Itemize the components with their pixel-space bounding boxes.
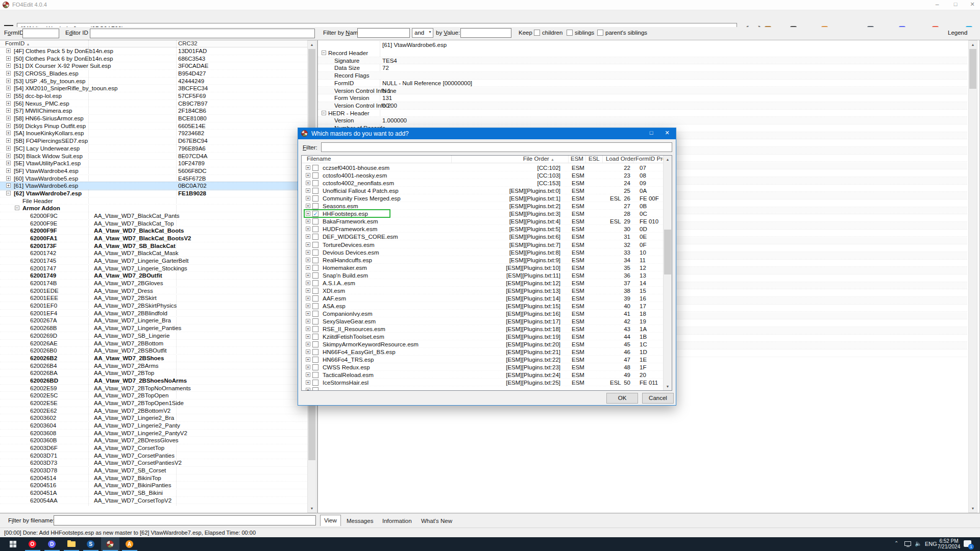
tree-row[interactable]: File Header (0, 197, 307, 205)
legend-label[interactable]: Legend (948, 30, 967, 36)
tree-row[interactable]: 62000FA1AA_Vtaw_WD7_BlackCat_BootsV2 (0, 235, 307, 242)
expand-icon[interactable]: + (6, 56, 11, 61)
master-checkbox[interactable] (312, 234, 318, 240)
expand-icon[interactable]: + (306, 165, 310, 170)
expand-icon[interactable]: + (6, 93, 11, 98)
master-checkbox[interactable] (312, 226, 318, 232)
expand-icon[interactable]: + (306, 273, 310, 278)
collapse-icon[interactable]: − (6, 191, 11, 195)
master-checkbox[interactable] (312, 380, 318, 386)
tree-row[interactable]: 62001EDEAA_Vtaw_WD7_Dress (0, 287, 307, 295)
expand-icon[interactable]: + (306, 242, 310, 247)
ok-button[interactable]: OK (606, 393, 638, 404)
tree-row[interactable]: 6200174BAA_Vtaw_WD7_2BGloves (0, 280, 307, 287)
master-checkbox[interactable] (312, 349, 318, 355)
tree-row[interactable]: 62001EF4AA_Vtaw_WD7_2BBlindfold (0, 310, 307, 317)
tree-row[interactable]: 62003D71AA_Vtaw_WD7_CorsetPanties (0, 452, 307, 460)
expand-icon[interactable]: + (6, 146, 11, 151)
expand-icon[interactable]: + (306, 357, 310, 362)
master-checkbox[interactable] (312, 242, 318, 248)
master-row[interactable]: +RSE_II_Resources.esm[ESM][Plugins.txt:1… (302, 325, 663, 333)
tree-row[interactable]: 62002E5CAA_Vtaw_WD7_2BTopOpen (0, 392, 307, 399)
master-row[interactable]: +Seasons.esm[ESM][Plugins.txt:2]ESM270B (302, 202, 663, 210)
expand-icon[interactable]: + (306, 281, 310, 285)
expand-icon[interactable]: + (306, 311, 310, 316)
tree-row[interactable]: +[52] CROSS_Blades.espB954D427 (0, 70, 307, 78)
tree-row[interactable]: 620026B0AA_Vtaw_WD7_2BSBOutfit (0, 347, 307, 355)
cancel-button[interactable]: Cancel (642, 393, 674, 404)
expand-icon[interactable]: + (306, 219, 310, 223)
expand-icon[interactable]: + (306, 204, 310, 208)
expand-icon[interactable]: + (6, 168, 11, 173)
keep-children-checkbox[interactable] (534, 30, 540, 36)
taskbar-app-start[interactable] (4, 537, 22, 551)
master-row[interactable]: +cctosfo4002_neonflats.esm[CC:153]ESM240… (302, 179, 663, 187)
col-file-order[interactable]: File Order ▲ (302, 156, 554, 162)
expand-icon[interactable]: + (306, 188, 310, 193)
tree-col-crc32[interactable]: CRC32 (178, 40, 198, 46)
masters-scrollbar[interactable]: ▲ ▼ (663, 156, 672, 390)
expand-icon[interactable]: + (6, 123, 11, 128)
expand-icon[interactable]: + (306, 380, 310, 385)
tree-row[interactable]: 62003D6FAA_Vtaw_WD7_CorsetTop (0, 444, 307, 452)
master-row[interactable]: +HN66Fo4_EasyGirl_BS.esp[ESM][Plugins.tx… (302, 348, 663, 356)
master-checkbox[interactable] (312, 203, 318, 209)
expand-icon[interactable]: + (306, 288, 310, 293)
tray-network-icon[interactable] (904, 541, 911, 546)
editorid-input[interactable] (90, 29, 315, 38)
by-value-input[interactable] (460, 28, 511, 38)
master-checkbox[interactable] (312, 311, 318, 317)
master-row[interactable]: +TacticalReload.esm[ESM][Plugins.txt:24]… (302, 371, 663, 379)
taskbar-app-steam[interactable]: S (82, 537, 100, 551)
expand-icon[interactable]: + (6, 86, 11, 90)
master-row[interactable]: +Devious Devices.esm[ESM][Plugins.txt:8]… (302, 248, 663, 256)
taskbar-app-audible[interactable]: A (120, 537, 139, 551)
master-row[interactable]: +BakaFramework.esm[ESM][Plugins.txt:4]ES… (302, 217, 663, 225)
tree-row[interactable]: +[61] VtawWardrobe6.esp0BC0A702 (0, 182, 307, 190)
scroll-up-icon[interactable]: ▲ (664, 156, 672, 163)
expand-icon[interactable]: + (6, 108, 11, 113)
master-row[interactable]: +KziitdFetishToolset.esm[ESM][Plugins.tx… (302, 333, 663, 340)
expand-icon[interactable]: + (6, 176, 11, 181)
expand-icon[interactable]: + (306, 388, 310, 390)
expand-icon[interactable]: + (306, 372, 310, 377)
tree-row[interactable]: +[53] USP .45_by_tooun.esp42444249 (0, 78, 307, 85)
tree-row[interactable]: 620026B4AA_Vtaw_WD7_2BArms (0, 362, 307, 370)
tree-row[interactable]: +[50] Clothes Pack 6 by DonEb14n.esp686C… (0, 55, 307, 63)
expand-icon[interactable]: + (306, 334, 310, 339)
record-scrollbar[interactable]: ▲ ▼ (968, 40, 977, 513)
expand-icon[interactable]: + (306, 258, 310, 262)
expand-icon[interactable]: + (306, 234, 310, 239)
expand-icon[interactable]: + (6, 71, 11, 76)
master-row[interactable]: + (302, 386, 663, 390)
filter-operator-select[interactable]: and ▼ (412, 28, 433, 38)
expand-icon[interactable]: + (306, 265, 310, 270)
master-checkbox[interactable] (312, 318, 318, 324)
master-checkbox[interactable] (312, 249, 318, 256)
master-row[interactable]: +DEF_WIDGETS_CORE.esm[ESM][Plugins.txt:6… (302, 233, 663, 240)
collapse-icon[interactable]: − (15, 206, 19, 210)
expand-icon[interactable]: + (306, 296, 310, 300)
master-checkbox[interactable] (312, 303, 318, 309)
tree-row[interactable]: 62002E5EAA_Vtaw_WD7_2BTopOpen1Side (0, 399, 307, 407)
expand-icon[interactable]: + (306, 196, 310, 201)
expand-icon[interactable]: + (6, 101, 11, 106)
tree-row[interactable]: 620026BDAA_Vtaw_WD7_2BShoesNoArms (0, 377, 307, 385)
tree-row[interactable]: 6200268BAA_Vtaw_WD7_Lingerie_Panties (0, 324, 307, 332)
filter-by-name-input[interactable] (357, 28, 410, 38)
tree-row[interactable]: 62003604AA_Vtaw_WD7_Lingerie2_Panty (0, 422, 307, 430)
expand-icon[interactable]: + (306, 319, 310, 323)
taskbar-app-opera[interactable]: O (23, 537, 42, 551)
master-checkbox[interactable] (312, 272, 318, 279)
scroll-up-icon[interactable]: ▲ (308, 41, 316, 48)
scroll-down-icon[interactable]: ▼ (308, 505, 316, 512)
tree-row[interactable]: 620026AEAA_Vtaw_WD7_2BBottom (0, 340, 307, 347)
master-row[interactable]: +✓HHFootsteps.esp[ESM][Plugins.txt:3]ESM… (302, 210, 663, 217)
expand-icon[interactable]: + (6, 48, 11, 53)
tree-row[interactable]: 62001EEEAA_Vtaw_WD7_2BSkirt (0, 294, 307, 302)
tree-row[interactable]: 620026BAAA_Vtaw_WD7_2BTop (0, 369, 307, 377)
expand-icon[interactable]: + (306, 304, 310, 308)
master-row[interactable]: +CWSS Redux.esp[ESM][Plugins.txt:23]ESM4… (302, 363, 663, 371)
record-row[interactable]: Data Size72 (318, 64, 967, 72)
expand-icon[interactable]: + (6, 116, 11, 120)
